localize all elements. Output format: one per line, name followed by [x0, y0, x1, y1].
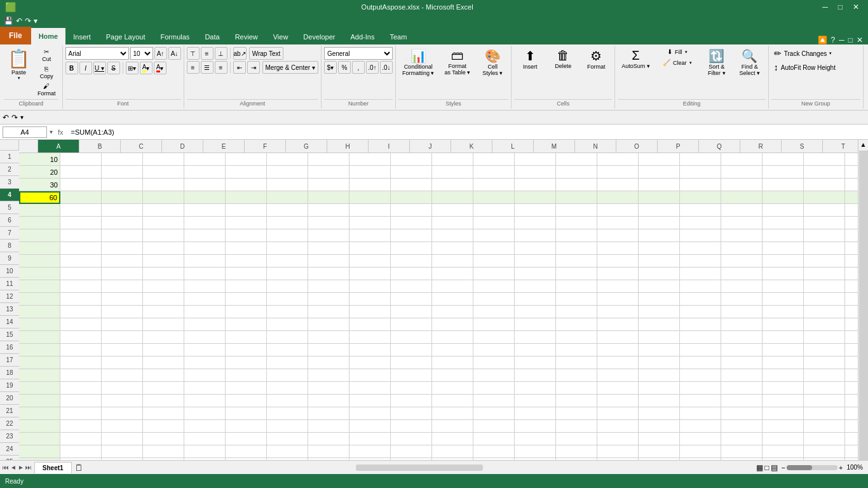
row-header-12[interactable]: 12 [0, 290, 19, 303]
cell-n24[interactable] [556, 445, 597, 458]
quick-access-dropdown-icon[interactable]: ▾ [34, 17, 37, 25]
cell-o14[interactable] [597, 318, 639, 331]
cell-h5[interactable] [308, 204, 349, 217]
row-header-7[interactable]: 7 [0, 227, 19, 240]
cell-m11[interactable] [515, 280, 556, 293]
cell-h10[interactable] [308, 268, 349, 280]
row-header-15[interactable]: 15 [0, 329, 19, 341]
cell-k19[interactable] [432, 382, 473, 395]
cell-b3[interactable] [60, 179, 102, 191]
cell-r23[interactable] [721, 433, 763, 445]
cell-c23[interactable] [102, 433, 143, 445]
cell-u19[interactable] [845, 382, 858, 395]
cell-i17[interactable] [349, 356, 391, 369]
page-layout-icon[interactable]: □ [764, 463, 769, 472]
cell-h22[interactable] [308, 420, 349, 433]
row-header-3[interactable]: 3 [0, 176, 19, 189]
cell-t18[interactable] [804, 369, 845, 382]
cell-t19[interactable] [804, 382, 845, 395]
cell-j11[interactable] [391, 280, 432, 293]
cell-e13[interactable] [184, 306, 226, 318]
cell-l16[interactable] [473, 344, 515, 356]
find-select-button[interactable]: 🔍 Find &Select ▾ [734, 47, 766, 78]
close-ribbon-icon[interactable]: ✕ [857, 36, 863, 44]
cell-u6[interactable] [845, 217, 858, 229]
restore-ribbon-icon[interactable]: □ [848, 36, 853, 44]
cell-l19[interactable] [473, 382, 515, 395]
cell-d15[interactable] [143, 331, 184, 344]
cell-m7[interactable] [515, 229, 556, 242]
cell-h17[interactable] [308, 356, 349, 369]
cell-f23[interactable] [226, 433, 267, 445]
cell-t15[interactable] [804, 331, 845, 344]
cell-j10[interactable] [391, 268, 432, 280]
merge-center-button[interactable]: Merge & Center ▾ [262, 61, 318, 74]
col-header-m[interactable]: M [534, 140, 575, 152]
cell-j17[interactable] [391, 356, 432, 369]
cell-j8[interactable] [391, 242, 432, 255]
cell-h16[interactable] [308, 344, 349, 356]
cell-m8[interactable] [515, 242, 556, 255]
cell-q11[interactable] [680, 280, 721, 293]
row-header-6[interactable]: 6 [0, 214, 19, 227]
cell-e15[interactable] [184, 331, 226, 344]
cell-l6[interactable] [473, 217, 515, 229]
cell-l11[interactable] [473, 280, 515, 293]
cell-h18[interactable] [308, 369, 349, 382]
cell-l13[interactable] [473, 306, 515, 318]
cell-o10[interactable] [597, 268, 639, 280]
cell-m4[interactable] [515, 191, 556, 204]
cell-l12[interactable] [473, 293, 515, 306]
cell-d7[interactable] [143, 229, 184, 242]
cell-p21[interactable] [639, 407, 680, 420]
increase-font-button[interactable]: A↑ [154, 47, 167, 60]
cell-a19[interactable] [19, 382, 60, 395]
col-header-d[interactable]: D [162, 140, 203, 152]
cell-k13[interactable] [432, 306, 473, 318]
cell-b16[interactable] [60, 344, 102, 356]
cell-t13[interactable] [804, 306, 845, 318]
cell-l15[interactable] [473, 331, 515, 344]
cell-q1[interactable] [680, 153, 721, 166]
cell-f5[interactable] [226, 204, 267, 217]
cell-b14[interactable] [60, 318, 102, 331]
cell-p4[interactable] [639, 191, 680, 204]
cell-c7[interactable] [102, 229, 143, 242]
col-header-c[interactable]: C [121, 140, 162, 152]
cell-q24[interactable] [680, 445, 721, 458]
minimize-button[interactable]: ─ [818, 3, 832, 11]
cell-k1[interactable] [432, 153, 473, 166]
cell-g2[interactable] [267, 166, 308, 179]
cell-i10[interactable] [349, 268, 391, 280]
cell-j4[interactable] [391, 191, 432, 204]
cell-b24[interactable] [60, 445, 102, 458]
zoom-slider[interactable] [787, 465, 837, 470]
cell-n10[interactable] [556, 268, 597, 280]
cell-i14[interactable] [349, 318, 391, 331]
col-header-f[interactable]: F [245, 140, 286, 152]
cell-r20[interactable] [721, 395, 763, 407]
cell-d23[interactable] [143, 433, 184, 445]
cell-reference-input[interactable]: A4 [3, 126, 47, 138]
cell-s10[interactable] [763, 268, 804, 280]
cell-a2[interactable]: 20 [19, 166, 60, 179]
align-middle-button[interactable]: ≡ [201, 47, 214, 60]
cell-h23[interactable] [308, 433, 349, 445]
cell-s11[interactable] [763, 280, 804, 293]
col-header-e[interactable]: E [203, 140, 245, 152]
bold-button[interactable]: B [65, 62, 78, 74]
cell-u1[interactable] [845, 153, 858, 166]
cell-r16[interactable] [721, 344, 763, 356]
cell-d1[interactable] [143, 153, 184, 166]
cell-l3[interactable] [473, 179, 515, 191]
cell-j14[interactable] [391, 318, 432, 331]
cell-h4[interactable] [308, 191, 349, 204]
cell-m2[interactable] [515, 166, 556, 179]
cell-q19[interactable] [680, 382, 721, 395]
cell-t11[interactable] [804, 280, 845, 293]
cell-e1[interactable] [184, 153, 226, 166]
row-header-24[interactable]: 24 [0, 443, 19, 456]
increase-decimal-button[interactable]: .0↑ [366, 61, 379, 74]
cell-m24[interactable] [515, 445, 556, 458]
cell-f2[interactable] [226, 166, 267, 179]
